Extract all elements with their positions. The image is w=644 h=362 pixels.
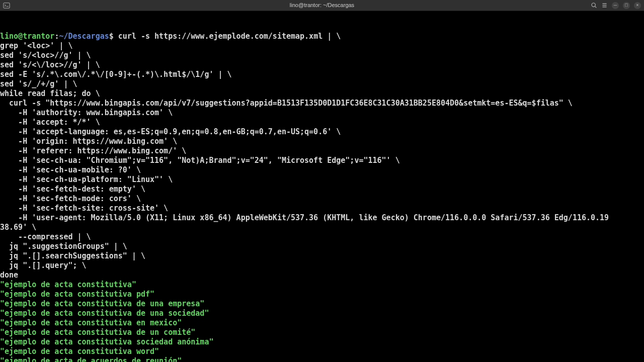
close-button[interactable]: ×: [634, 2, 641, 9]
terminal-line: sed 's/_/+/g' | \: [0, 79, 644, 89]
terminal-line: while read filas; do \: [0, 89, 644, 99]
terminal-output-line: "ejemplo de acta constitutiva word": [0, 347, 644, 356]
terminal-line: jq ".[].searchSuggestions" | \: [0, 251, 644, 261]
terminal-line: --compressed | \: [0, 232, 644, 242]
terminal-output-line: "ejemplo de acta constitutiva de una emp…: [0, 299, 644, 309]
svg-point-1: [592, 3, 595, 7]
minimize-button[interactable]: ─: [612, 2, 619, 9]
terminal-line: -H 'sec-ch-ua-mobile: ?0' \: [0, 165, 644, 175]
terminal-output-line: "ejemplo de acta constitutiva": [0, 280, 644, 290]
terminal-line: -H 'sec-fetch-mode: cors' \: [0, 194, 644, 204]
terminal-output-line: "ejemplo de acta constitutiva de una soc…: [0, 309, 644, 318]
terminal-output-line: "ejemplo de acta constitutiva pdf": [0, 290, 644, 299]
terminal-line: -H 'origin: https://www.bing.com' \: [0, 137, 644, 146]
search-icon[interactable]: [591, 2, 597, 9]
command-text: curl -s https://www.ejemplode.com/sitema…: [114, 32, 341, 41]
terminal-line: jq ".[].query"; \: [0, 261, 644, 270]
terminal-line: -H 'authority: www.bingapis.com' \: [0, 108, 644, 118]
menu-icon[interactable]: [601, 2, 608, 9]
maximize-button[interactable]: □: [623, 2, 630, 9]
terminal-line: -H 'user-agent: Mozilla/5.0 (X11; Linux …: [0, 213, 644, 223]
terminal-line: -H 'sec-ch-ua: "Chromium";v="116", "Not)…: [0, 156, 644, 165]
terminal-line: sed 's/<loc>//g' | \: [0, 51, 644, 60]
window-title: lino@trantor: ~/Descargas: [290, 1, 354, 10]
svg-rect-0: [4, 3, 10, 8]
terminal-line: done: [0, 270, 644, 280]
terminal-line: sed 's/<\/loc>//g' | \: [0, 60, 644, 70]
terminal-line: -H 'sec-fetch-dest: empty' \: [0, 185, 644, 194]
terminal-line: curl -s "https://www.bingapis.com/api/v7…: [0, 99, 644, 108]
terminal-line: jq ".suggestionGroups" | \: [0, 242, 644, 251]
terminal-output-line: "ejemplo de acta constitutiva sociedad a…: [0, 337, 644, 347]
terminal-icon: [3, 2, 10, 9]
terminal-line: 38.69' \: [0, 223, 644, 232]
terminal-output-line: "ejemplo de acta constitutiva en mexico": [0, 318, 644, 328]
svg-line-2: [595, 7, 597, 8]
terminal-output-line: "ejemplo de acta de acuerdos de reunión": [0, 356, 644, 362]
terminal-line: sed -E 's/.*\.com\/.*\/[0-9]+-(.*)\.html…: [0, 70, 644, 79]
terminal-line: -H 'sec-fetch-site: cross-site' \: [0, 204, 644, 213]
prompt-userhost: lino@trantor: [0, 32, 54, 41]
terminal-line: -H 'sec-ch-ua-platform: "Linux"' \: [0, 175, 644, 185]
terminal-line: -H 'referer: https://www.bing.com/' \: [0, 146, 644, 156]
window-titlebar: lino@trantor: ~/Descargas ─ □ ×: [0, 0, 644, 11]
terminal-body[interactable]: lino@trantor:~/Descargas$ curl -s https:…: [0, 11, 644, 362]
terminal-output-line: "ejemplo de acta constitutiva de un comi…: [0, 328, 644, 337]
terminal-line: lino@trantor:~/Descargas$ curl -s https:…: [0, 32, 644, 41]
terminal-line: -H 'accept-language: es,es-ES;q=0.9,en;q…: [0, 127, 644, 137]
prompt-path: ~/Descargas: [59, 32, 109, 41]
prompt-dollar: $: [109, 32, 114, 41]
terminal-line: -H 'accept: */*' \: [0, 118, 644, 127]
terminal-line: grep '<loc>' | \: [0, 41, 644, 51]
